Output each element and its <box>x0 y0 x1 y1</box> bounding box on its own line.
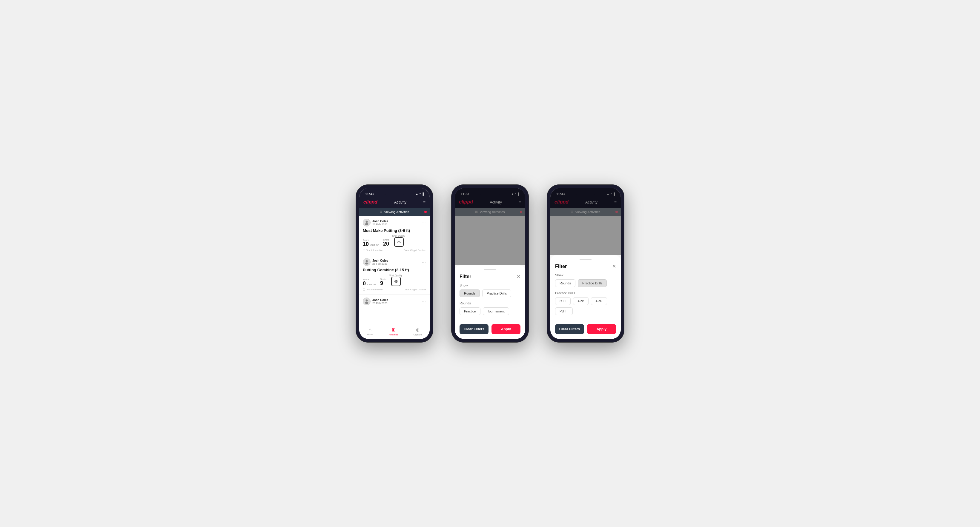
filter-actions-3: Clear Filters Apply <box>555 324 616 334</box>
menu-icon-1[interactable]: ≡ <box>423 200 425 205</box>
practice-drills-btn-2[interactable]: Practice Drills <box>482 289 511 297</box>
shots-value-2: 9 <box>380 280 383 286</box>
practice-drills-buttons-3: OTT APP ARG PUTT <box>555 297 616 315</box>
score-value-2: 0 <box>363 281 366 286</box>
practice-drills-btn-3[interactable]: Practice Drills <box>578 279 607 287</box>
viewing-bar-text-1: Viewing Activities <box>384 210 409 214</box>
user-name-1: Josh Coles <box>372 220 388 223</box>
practice-drills-section-label-3: Practice Drills <box>555 291 616 295</box>
show-label-2: Show <box>460 284 520 287</box>
show-buttons-2: Rounds Practice Drills <box>460 289 520 297</box>
status-icons-1: ▲ ᵑ ▐ <box>416 192 424 195</box>
svg-point-5 <box>365 302 369 304</box>
svg-point-3 <box>365 263 369 265</box>
rounds-buttons-2: Practice Tournament <box>460 307 520 315</box>
clear-filters-btn-3[interactable]: Clear Filters <box>555 324 584 334</box>
filter-title-2: Filter <box>460 274 471 279</box>
activity-title-1: Must Make Putting (3-6 ft) <box>363 228 426 233</box>
user-date-3: 28 Feb 2023 <box>372 302 388 305</box>
tournament-btn-2[interactable]: Tournament <box>483 307 509 315</box>
capture-label-1: Capture <box>414 333 422 336</box>
overlay-bg-3[interactable] <box>550 188 621 255</box>
avatar-1 <box>363 219 371 227</box>
shot-quality-label-2: Shot Quality <box>389 274 402 277</box>
more-dots-1[interactable]: ··· <box>422 220 426 225</box>
home-icon-1: ⌂ <box>369 327 372 332</box>
svg-point-2 <box>366 260 368 262</box>
card-footer-2: ⓘ Test Information Data: Clippd Capture <box>363 288 426 291</box>
viewing-dot-1 <box>424 211 427 213</box>
rounds-btn-3[interactable]: Rounds <box>555 279 575 287</box>
screen-2: 11:33 ▲ ᵑ ▐ clippd Activity ≡ ⊞ Viewing … <box>455 188 525 339</box>
app-btn-3[interactable]: APP <box>573 297 589 305</box>
filter-overlay-3: Filter ✕ Show Rounds Practice Drills Pra… <box>550 188 621 339</box>
nav-activities-1[interactable]: ♜ Activities <box>389 327 398 336</box>
nav-capture-1[interactable]: ⊕ Capture <box>414 327 422 336</box>
card-header-3: Josh Coles 28 Feb 2023 ··· <box>363 297 426 305</box>
practice-btn-2[interactable]: Practice <box>460 307 480 315</box>
svg-point-0 <box>366 221 368 223</box>
logo-1: clippd <box>363 199 377 205</box>
user-info-1: Josh Coles 28 Feb 2023 <box>363 219 388 227</box>
card-header-1: Josh Coles 28 Feb 2023 ··· <box>363 219 426 227</box>
status-time-1: 11:33 <box>365 192 374 196</box>
svg-point-4 <box>366 300 368 302</box>
apply-btn-3[interactable]: Apply <box>587 324 616 334</box>
shot-quality-label-1: Shot Quality <box>392 235 406 237</box>
user-name-2: Josh Coles <box>372 259 388 262</box>
activity-list-1: Josh Coles 28 Feb 2023 ··· Must Make Put… <box>359 216 430 325</box>
phone-3: 11:33 ▲ ᵑ ▐ clippd Activity ≡ ⊞ Viewing … <box>547 184 624 343</box>
filter-close-3[interactable]: ✕ <box>612 264 616 269</box>
more-dots-2[interactable]: ··· <box>422 260 426 264</box>
user-date-2: 28 Feb 2023 <box>372 262 388 265</box>
user-date-1: 28 Feb 2023 <box>372 223 388 226</box>
notch-1 <box>382 188 406 195</box>
home-label-1: Home <box>367 333 373 336</box>
avatar-3 <box>363 297 371 305</box>
ott-btn-3[interactable]: OTT <box>555 297 571 305</box>
test-info-1: ⓘ Test Information <box>363 249 383 252</box>
filter-sheet-2: Filter ✕ Show Rounds Practice Drills Rou… <box>455 265 525 339</box>
filter-sheet-3: Filter ✕ Show Rounds Practice Drills Pra… <box>550 255 621 339</box>
viewing-bar-1[interactable]: ⊞ Viewing Activities <box>359 208 430 216</box>
screen-3: 11:33 ▲ ᵑ ▐ clippd Activity ≡ ⊞ Viewing … <box>550 188 621 339</box>
activity-card-2: Josh Coles 28 Feb 2023 ··· Putting Combi… <box>359 255 430 295</box>
phone-1: 11:33 ▲ ᵑ ▐ clippd Activity ≡ ⊞ Viewing … <box>356 184 433 343</box>
nav-home-1[interactable]: ⌂ Home <box>367 327 373 336</box>
stats-row-1: Score 10 OUT OF Shots 20 Shot Quality <box>363 235 426 247</box>
bottom-nav-1: ⌂ Home ♜ Activities ⊕ Capture <box>359 325 430 339</box>
shots-value-1: 20 <box>383 241 389 247</box>
putt-btn-3[interactable]: PUTT <box>555 307 573 315</box>
sheet-handle-2 <box>484 269 496 270</box>
activity-title-2: Putting Combine (3-15 ft) <box>363 268 426 272</box>
show-buttons-3: Rounds Practice Drills <box>555 279 616 287</box>
activities-icon-1: ♜ <box>391 327 395 333</box>
shot-quality-badge-2: 45 <box>391 277 401 286</box>
test-info-2: ⓘ Test Information <box>363 288 383 291</box>
rounds-btn-2[interactable]: Rounds <box>460 289 480 297</box>
shot-quality-badge-1: 75 <box>394 237 404 247</box>
avatar-2 <box>363 258 371 266</box>
app-header-1: clippd Activity ≡ <box>359 198 430 208</box>
filter-close-2[interactable]: ✕ <box>517 274 520 279</box>
filter-icon-1: ⊞ <box>380 210 382 214</box>
filter-title-3: Filter <box>555 264 567 269</box>
filter-overlay-2: Filter ✕ Show Rounds Practice Drills Rou… <box>455 188 525 339</box>
card-header-2: Josh Coles 28 Feb 2023 ··· <box>363 258 426 266</box>
activities-label-1: Activities <box>389 333 398 336</box>
svg-point-1 <box>365 223 369 225</box>
filter-header-3: Filter ✕ <box>555 264 616 269</box>
apply-btn-2[interactable]: Apply <box>492 324 520 334</box>
user-info-3: Josh Coles 28 Feb 2023 <box>363 297 388 305</box>
clear-filters-btn-2[interactable]: Clear Filters <box>460 324 488 334</box>
header-title-1: Activity <box>394 200 406 205</box>
activity-card-1: Josh Coles 28 Feb 2023 ··· Must Make Put… <box>359 216 430 255</box>
more-dots-3[interactable]: ··· <box>422 299 426 304</box>
phone-2: 11:33 ▲ ᵑ ▐ clippd Activity ≡ ⊞ Viewing … <box>451 184 529 343</box>
stats-row-2: Score 0 OUT OF Shots 9 Shot Quality <box>363 274 426 286</box>
score-value-1: 10 <box>363 241 369 247</box>
arg-btn-3[interactable]: ARG <box>591 297 607 305</box>
screen-1: 11:33 ▲ ᵑ ▐ clippd Activity ≡ ⊞ Viewing … <box>359 188 430 339</box>
overlay-bg-2[interactable] <box>455 188 525 265</box>
show-label-3: Show <box>555 273 616 277</box>
